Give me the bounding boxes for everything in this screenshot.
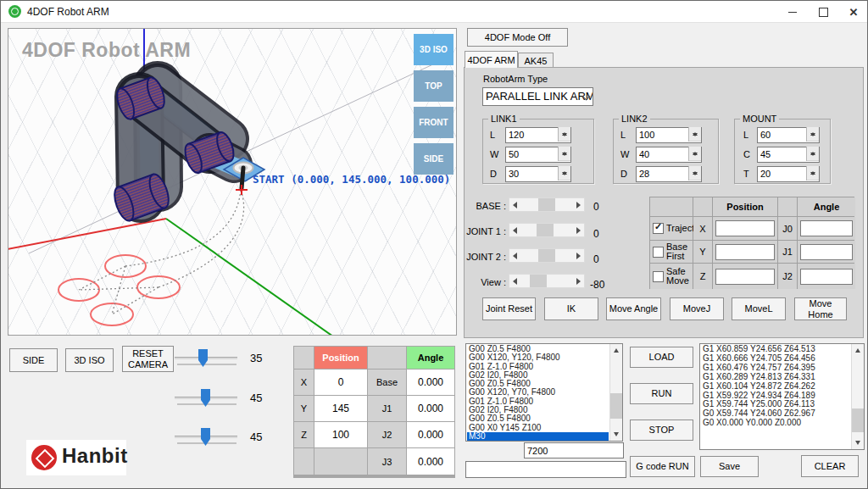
- scroll-up-icon[interactable]: [852, 344, 864, 357]
- base-first-checkbox[interactable]: [653, 247, 664, 258]
- tab-4dof-arm[interactable]: 4DOF ARM: [465, 51, 518, 68]
- target-j0-input[interactable]: [800, 220, 854, 236]
- view-front-button[interactable]: FRONT: [414, 107, 453, 138]
- scroll-thumb[interactable]: [610, 393, 622, 419]
- reset-camera-button[interactable]: RESET CAMERA: [122, 346, 174, 372]
- save-button[interactable]: Save: [700, 456, 759, 477]
- camera-slider-2-value: 45: [250, 392, 262, 404]
- spinner-icon[interactable]: [806, 147, 819, 161]
- ik-button[interactable]: IK: [544, 297, 598, 320]
- pose-z-value[interactable]: 100: [314, 422, 367, 447]
- hanbit-brand-text: Hanbit: [62, 444, 128, 468]
- target-y-input[interactable]: [715, 244, 775, 260]
- safe-move-option[interactable]: Safe Move: [650, 264, 693, 289]
- target-j2-input[interactable]: [800, 269, 854, 285]
- scroll-right-icon[interactable]: [571, 275, 584, 287]
- mount-c-field[interactable]: [757, 146, 820, 162]
- view-scroll-thumb[interactable]: [530, 275, 547, 287]
- pose-base-angle[interactable]: 0.000: [407, 370, 454, 395]
- movej-button[interactable]: MoveJ: [670, 297, 724, 320]
- link2-d-field[interactable]: [636, 165, 702, 181]
- move-angle-button[interactable]: Move Angle: [606, 297, 661, 320]
- joint2-scrollbar[interactable]: [509, 248, 585, 263]
- feedrate-input[interactable]: [524, 442, 624, 458]
- scroll-thumb[interactable]: [852, 408, 864, 432]
- scroll-left-icon[interactable]: [509, 275, 522, 287]
- tab-ak45[interactable]: AK45: [518, 53, 554, 68]
- pose-y-value[interactable]: 145: [314, 396, 367, 421]
- run-button[interactable]: RUN: [630, 383, 693, 404]
- gcode-output-list[interactable]: G1 X60.859 Y24.656 Z64.513 G1 X60.666 Y2…: [699, 343, 865, 450]
- joint1-scroll-thumb[interactable]: [537, 224, 554, 236]
- 3d-viewport-canvas[interactable]: START (0.000, 145.000, 100.000) 4DOF Rob…: [8, 28, 457, 336]
- spinner-icon[interactable]: [558, 147, 570, 161]
- gcode-line[interactable]: G00 X0 Y145 Z100: [467, 424, 609, 432]
- scroll-down-icon[interactable]: [852, 436, 864, 449]
- 4dof-mode-button[interactable]: 4DOF Mode Off: [467, 28, 568, 47]
- target-j1-input[interactable]: [800, 244, 854, 260]
- output-line[interactable]: G0 X0.000 Y0.000 Z0.000: [701, 419, 850, 428]
- close-icon[interactable]: [838, 1, 868, 23]
- camera-3diso-button[interactable]: 3D ISO: [65, 348, 114, 372]
- clear-button[interactable]: CLEAR: [801, 455, 859, 477]
- spinner-icon[interactable]: [688, 147, 701, 161]
- link2-w-field[interactable]: [636, 146, 702, 162]
- mount-l-field[interactable]: [757, 126, 820, 142]
- safe-move-checkbox[interactable]: [653, 271, 664, 282]
- spinner-icon[interactable]: [688, 127, 701, 142]
- minimize-icon[interactable]: [777, 1, 808, 23]
- joint1-scrollbar[interactable]: [509, 223, 585, 237]
- maximize-icon[interactable]: [808, 1, 838, 23]
- scroll-right-icon[interactable]: [571, 198, 584, 211]
- view-scrollbar[interactable]: [509, 274, 585, 288]
- link2-l-field[interactable]: [636, 126, 702, 142]
- output-line[interactable]: G1 X60.104 Y24.872 Z64.262: [701, 382, 850, 392]
- scroll-right-icon[interactable]: [571, 249, 584, 262]
- move-home-button[interactable]: Move Home: [794, 297, 847, 320]
- load-button[interactable]: LOAD: [630, 347, 693, 368]
- traject-option[interactable]: Traject: [650, 217, 693, 240]
- stop-button[interactable]: STOP: [630, 420, 693, 441]
- movel-button[interactable]: MoveL: [732, 297, 786, 320]
- command-input[interactable]: [465, 461, 626, 478]
- camera-side-button[interactable]: SIDE: [9, 348, 58, 372]
- scroll-left-icon[interactable]: [509, 198, 522, 211]
- robot-arm-type-select[interactable]: PARALLEL LINK ARM: [482, 87, 593, 106]
- link1-d-field[interactable]: [505, 165, 571, 181]
- scroll-down-icon[interactable]: [610, 428, 622, 441]
- spinner-icon[interactable]: [688, 166, 701, 181]
- output-list-scrollbar[interactable]: [851, 344, 864, 449]
- gcode-line-selected[interactable]: M30: [467, 432, 609, 441]
- gcode-run-button[interactable]: G code RUN: [630, 456, 695, 477]
- pose-x-value[interactable]: 0: [314, 370, 367, 395]
- gcode-program-list[interactable]: G00 Z0.5 F4800 G00 X120, Y120, F4800 G01…: [465, 343, 623, 442]
- scroll-right-icon[interactable]: [571, 224, 584, 236]
- target-z-input[interactable]: [715, 269, 775, 285]
- mount-t-field[interactable]: [757, 165, 820, 181]
- scroll-left-icon[interactable]: [509, 224, 522, 236]
- scroll-left-icon[interactable]: [509, 249, 522, 262]
- joint2-scroll-thumb[interactable]: [538, 249, 555, 262]
- target-x-input[interactable]: [715, 220, 775, 236]
- base-scrollbar[interactable]: [509, 197, 585, 212]
- traject-checkbox[interactable]: [653, 223, 664, 234]
- spinner-icon[interactable]: [558, 127, 570, 142]
- spinner-icon[interactable]: [806, 127, 819, 142]
- view-3diso-button[interactable]: 3D ISO: [414, 34, 453, 65]
- pose-j1-angle[interactable]: 0.000: [407, 396, 454, 421]
- output-line[interactable]: G1 X60.289 Y24.813 Z64.331: [701, 373, 850, 382]
- tool-tip-cross-marker: [236, 185, 248, 195]
- spinner-icon[interactable]: [806, 166, 819, 181]
- link1-l-field[interactable]: [505, 126, 571, 142]
- base-first-option[interactable]: Base First: [650, 241, 693, 263]
- spinner-icon[interactable]: [558, 166, 570, 181]
- view-top-button[interactable]: TOP: [414, 70, 453, 102]
- base-scroll-thumb[interactable]: [538, 198, 555, 211]
- gcode-list-scrollbar[interactable]: [609, 344, 622, 441]
- joint-reset-button[interactable]: Joint Reset: [482, 297, 536, 320]
- scroll-up-icon[interactable]: [610, 344, 622, 357]
- view-side-button[interactable]: SIDE: [414, 143, 453, 175]
- pose-j2-angle[interactable]: 0.000: [407, 422, 454, 447]
- pose-j3-angle[interactable]: 0.000: [407, 448, 454, 475]
- link1-w-field[interactable]: [505, 146, 571, 162]
